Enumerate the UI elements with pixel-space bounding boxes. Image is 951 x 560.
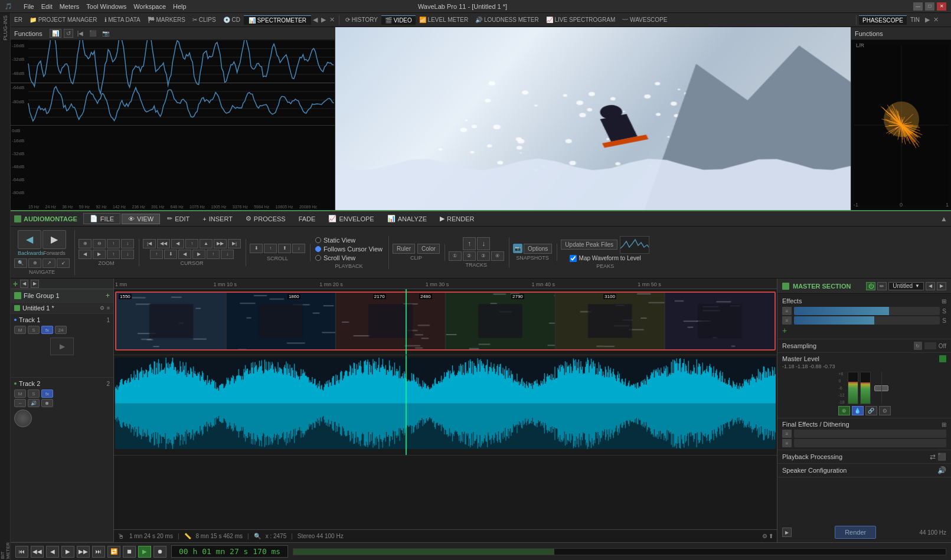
track2-rec-btn[interactable]: ⏺ [41,399,53,407]
zoom-btn-2[interactable]: ⊖ [93,239,106,248]
video-clip[interactable]: 1550 1860 2170 2480 2790 3100 [115,292,776,351]
tab-project-manager[interactable]: 📁 PROJECT MANAGER [26,15,101,24]
tracks-btn-5[interactable]: ③ [477,251,490,261]
render-expand-btn[interactable]: ▶ [782,528,792,537]
cursor-btn-3[interactable]: ◀ [171,239,184,248]
close-panel-btn[interactable]: ✕ [328,16,336,24]
track1-s-btn[interactable]: S [28,326,40,334]
track2-fader[interactable] [14,410,32,427]
nav-btn-6[interactable]: ↙ [57,258,70,268]
tab-markers[interactable]: 🏁 MARKERS [144,15,189,24]
tabs-right-expand[interactable]: ▶ [923,16,932,24]
tab-render[interactable]: ▶RENDER [434,214,480,224]
spec-btn-3[interactable]: |◀ [76,30,86,37]
nav-btn-4[interactable]: ⊕ [28,258,41,268]
master-expand-btn[interactable]: ▶ [937,282,946,290]
spec-btn-2[interactable]: ↺ [64,29,73,38]
track2-m-btn[interactable]: M [14,389,26,398]
cursor-btn-9[interactable]: ◀ [178,250,191,259]
minimize-button[interactable]: — [913,2,923,11]
tb-forward[interactable]: ▶ [61,546,74,558]
static-view-option[interactable]: Static View [314,236,384,244]
tabs-right-close[interactable]: ✕ [932,16,940,24]
update-peak-btn[interactable]: Update Peak Files [561,240,617,250]
prev-tab-btn[interactable]: ◀ [311,16,319,24]
tab-view[interactable]: 👁VIEW [122,214,160,224]
tb-record[interactable]: ⏺ [153,546,166,558]
tab-phasescope[interactable]: PHASESCOPE [859,15,907,25]
options-btn[interactable]: Options [524,244,552,254]
zoom-btn-5[interactable]: ◀ [79,250,91,259]
header-btn-2[interactable]: ▶ [31,280,39,288]
cursor-btn-2[interactable]: ◀◀ [157,239,170,248]
tab-wavescope[interactable]: 〰 WAVESCOPE [619,15,671,24]
master-settings-btn[interactable]: ✏ [877,282,887,290]
cursor-btn-4[interactable]: ↑ [185,239,198,248]
feffect1-bar[interactable] [794,430,946,438]
add-file-btn[interactable]: + [106,292,110,300]
cursor-select[interactable]: ▲ [200,239,213,248]
tab-analyze[interactable]: 📊ANALYZE [381,214,433,224]
nav-forward-btn[interactable]: ▶ [43,230,66,249]
timeline-options-btn[interactable]: ⚙ [762,533,767,539]
am-collapse-btn[interactable]: ▲ [940,215,947,223]
tb-skip-back[interactable]: ⏮ [15,546,28,558]
tab-envelope[interactable]: 📈ENVELOPE [322,214,380,224]
menu-file[interactable]: File [24,3,34,10]
cursor-btn-12[interactable]: ↓ [221,250,234,259]
tracks-btn-1[interactable]: ↑ [463,237,476,250]
untitled-header[interactable]: Untitled 1 * ⚙ ≡ [11,303,113,314]
scroll-btn-3[interactable]: ⬆ [278,244,291,253]
maximize-button[interactable]: □ [925,2,934,11]
feffect2-bar[interactable] [794,439,946,447]
master-collapse-btn[interactable]: ◀ [926,282,935,290]
tb-rewind[interactable]: ◀ [46,546,59,558]
tracks-btn-6[interactable]: ④ [491,251,504,261]
nav-btn-3[interactable]: 🔍 [14,258,27,268]
untitled-close[interactable]: ≡ [107,305,110,311]
menu-workspace[interactable]: Workspace [133,3,166,10]
scroll-view-option[interactable]: Scroll View [314,254,384,262]
tab-process[interactable]: ⚙PROCESS [240,214,292,224]
menu-meters[interactable]: Meters [60,3,80,10]
final-effects-expand[interactable]: ⊞ [942,421,946,428]
tb-skip-forward[interactable]: ⏭ [92,546,105,558]
effect2-bar[interactable] [794,316,940,325]
menu-toolwindows[interactable]: Tool Windows [86,3,126,10]
tab-tin[interactable]: TIN [907,15,923,24]
track1-mini-player[interactable]: ▶ [50,338,74,355]
tb-stop[interactable]: ⏹ [123,546,136,558]
tab-clips[interactable]: ✂ CLIPS [189,15,220,24]
zoom-btn-8[interactable]: ↓ [121,250,134,259]
speaker-icon[interactable]: 🔊 [937,466,946,474]
cursor-btn-10[interactable]: ▶ [192,250,205,259]
pp-btn-2[interactable]: ⬛ [937,453,946,461]
level-btn-4[interactable]: ⊙ [879,406,891,415]
effect2-settings[interactable]: S [942,317,946,324]
cursor-btn-11[interactable]: ↑ [207,250,220,259]
track1-fx-btn[interactable]: fx [41,326,53,334]
tab-edit[interactable]: ✏EDIT [161,214,195,224]
spec-btn-5[interactable]: 📷 [100,30,111,37]
titlebar-controls[interactable]: — □ ✕ [913,2,946,11]
color-btn[interactable]: Color [417,244,440,254]
effect1-settings[interactable]: S [942,308,946,315]
tab-insert[interactable]: +INSERT [197,214,238,224]
cursor-btn-7[interactable]: ↑ [150,250,163,259]
tb-play[interactable]: ▶ [138,546,151,558]
resampling-value[interactable]: Off [939,343,946,349]
scroll-btn-2[interactable]: ↑ [264,244,277,253]
header-btn-1[interactable]: ◀ [20,280,28,288]
tracks-btn-2[interactable]: ↓ [477,237,490,250]
level-btn-1[interactable]: ⊕ [838,406,850,415]
zoom-btn-3[interactable]: ↑ [107,239,120,248]
cursor-btn-8[interactable]: ⬇ [164,250,177,259]
scroll-btn-1[interactable]: ⬇ [250,244,263,253]
tab-file[interactable]: 📄FILE [83,213,120,224]
pp-btn-1[interactable]: ⇄ [930,453,936,461]
cursor-btn-6[interactable]: ▶| [228,239,241,248]
cursor-btn-1[interactable]: |◀ [143,239,156,248]
tab-levelmeter[interactable]: 📶 LEVEL METER [416,15,472,24]
tab-metadata[interactable]: ℹ META DATA [101,15,144,24]
tb-prev[interactable]: ◀◀ [31,546,44,558]
